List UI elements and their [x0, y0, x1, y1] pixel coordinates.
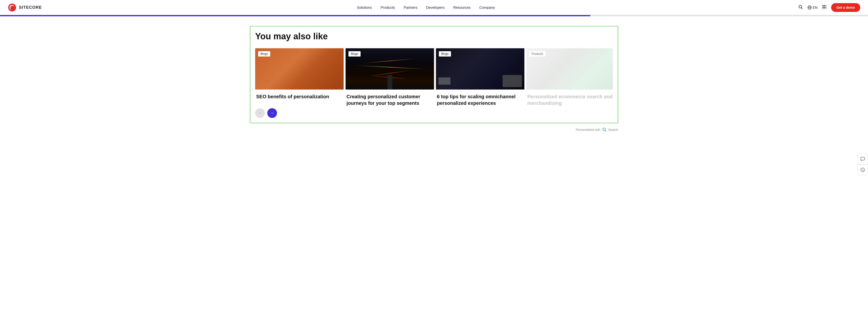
svg-rect-14	[826, 8, 826, 9]
card-2-title: Creating personalized customer journeys …	[346, 93, 433, 114]
card-2-badge: Blogs	[348, 51, 361, 57]
card-2-body: Creating personalized customer journeys …	[346, 89, 434, 118]
language-label: EN	[813, 6, 817, 9]
card-1-image-wrapper: Blogs	[255, 48, 344, 89]
logo-text: SITECORE	[19, 5, 42, 10]
card-1-title: SEO benefits of personalization	[256, 93, 343, 100]
hand-icon	[438, 77, 451, 85]
svg-rect-12	[823, 8, 824, 9]
section-title: You may also like	[255, 31, 613, 42]
card-4-badge: Products	[529, 51, 546, 57]
card-3-title: 6 top tips for scaling omnichannel perso…	[437, 93, 523, 114]
card-4-body: Personalized ecommerce search and mercha…	[526, 89, 613, 118]
language-selector[interactable]: EN	[807, 5, 817, 10]
laptop-icon	[503, 75, 522, 87]
svg-rect-13	[824, 8, 825, 9]
grid-icon[interactable]	[822, 5, 827, 10]
card-4-image-wrapper: Products	[526, 48, 613, 89]
card-1-body: SEO benefits of personalization	[255, 89, 344, 104]
globe-icon	[807, 5, 812, 10]
card-1[interactable]: Blogs SEO benefits of personalization ← …	[255, 48, 344, 118]
search-label: Search	[608, 128, 618, 132]
svg-line-2	[801, 7, 803, 9]
svg-rect-9	[823, 7, 824, 8]
card-4[interactable]: Products Personalized ecommerce search a…	[526, 48, 613, 118]
nav-company[interactable]: Company	[479, 5, 495, 9]
svg-rect-6	[823, 5, 824, 6]
sitecore-logo-icon	[8, 3, 17, 12]
svg-point-0	[8, 3, 16, 11]
cards-outer: You may also like Blogs	[250, 26, 618, 123]
search-icon[interactable]	[798, 5, 803, 10]
next-button[interactable]: →	[267, 108, 277, 118]
card-3[interactable]: Blogs 6 top tips for scaling omnichannel…	[436, 48, 524, 118]
card-3-body: 6 top tips for scaling omnichannel perso…	[436, 89, 524, 118]
nav-resources[interactable]: Resources	[453, 5, 471, 9]
main-content: You may also like Blogs	[240, 16, 628, 142]
card-2-image-wrapper: Blogs	[346, 48, 434, 89]
card-3-badge: Blogs	[439, 51, 451, 57]
nav-solutions[interactable]: Solutions	[357, 5, 372, 9]
nav-products[interactable]: Products	[381, 5, 395, 9]
nav-partners[interactable]: Partners	[404, 5, 417, 9]
nav-arrows: ← →	[255, 108, 344, 118]
card-1-badge: Blogs	[258, 51, 270, 57]
svg-line-16	[605, 130, 606, 131]
search-logo-icon	[602, 127, 607, 132]
get-demo-button[interactable]: Get a demo	[831, 3, 860, 12]
card-2[interactable]: Blogs Creating personalized customer jou…	[346, 48, 434, 118]
svg-rect-7	[824, 5, 825, 6]
card-4-title: Personalized ecommerce search and mercha…	[527, 93, 613, 114]
svg-rect-11	[826, 7, 826, 8]
personalized-footer: Personalized with Search	[250, 127, 618, 132]
nav-links: Solutions Products Partners Developers R…	[54, 5, 798, 9]
person-silhouette	[388, 75, 392, 89]
cards-container: Blogs SEO benefits of personalization ← …	[255, 48, 613, 118]
card-3-image-wrapper: Blogs	[436, 48, 524, 89]
nav-developers[interactable]: Developers	[426, 5, 445, 9]
prev-button[interactable]: ←	[255, 108, 265, 118]
people-silhouettes	[294, 53, 305, 89]
svg-rect-8	[826, 5, 826, 6]
nav-right: EN Get a demo	[798, 3, 860, 12]
svg-rect-10	[824, 7, 825, 8]
navbar: SITECORE Solutions Products Partners Dev…	[0, 0, 868, 15]
personalized-label: Personalized with	[576, 128, 600, 132]
logo[interactable]: SITECORE	[8, 3, 42, 12]
